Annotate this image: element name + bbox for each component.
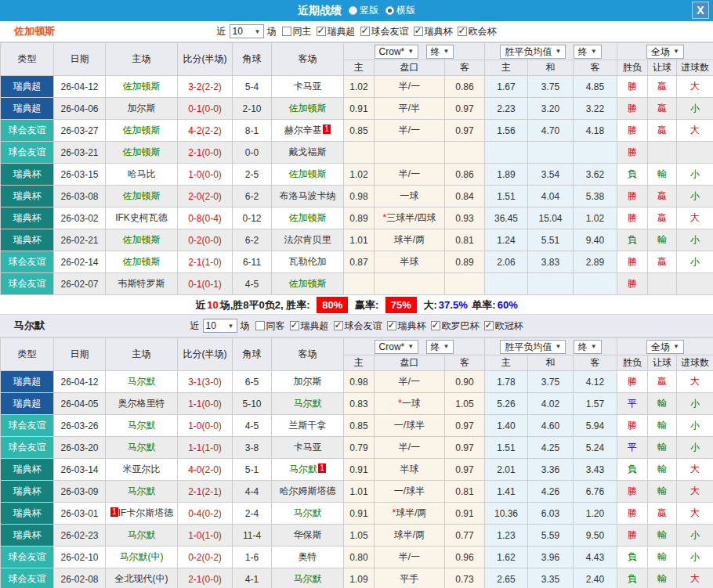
league-checkbox[interactable] — [431, 321, 440, 330]
home-team-cell: 米亚尔比 — [106, 459, 178, 481]
avg-group-header: 胜平负均值▼ 终▼ — [485, 43, 617, 60]
away-team-cell: 布洛马波卡纳 — [272, 186, 344, 207]
league-filter[interactable]: 球会友谊 — [360, 25, 409, 38]
same-venue-filter[interactable]: 同主 — [282, 25, 312, 38]
team-name: 加尔斯 — [128, 103, 156, 114]
close-button[interactable]: X — [692, 2, 709, 19]
handicap-result-cell: 輸 — [648, 525, 677, 547]
col-type: 类型 — [1, 43, 54, 76]
match-row: 瑞典杯26-03-08佐加顿斯2-0(2-0)6-2布洛马波卡纳0.98一球0.… — [1, 186, 713, 207]
fulltime-dropdown[interactable]: 全场▼ — [646, 340, 684, 354]
league-checkbox[interactable] — [484, 321, 494, 330]
avg-home-cell: 1.51 — [485, 186, 528, 207]
handicap-cell: 半/一 — [375, 437, 445, 459]
league-checkbox[interactable] — [414, 27, 423, 36]
corner-cell: 0-12 — [233, 207, 272, 229]
league-filter[interactable]: 球会友谊 — [334, 319, 382, 333]
avg-draw-cell: 4.02 — [528, 393, 574, 415]
home-team-cell: 马尔默 — [106, 481, 178, 503]
handicap-result-cell: 贏 — [648, 503, 677, 525]
result-cell: 勝 — [617, 186, 648, 207]
avg-time-dropdown[interactable]: 终▼ — [574, 45, 602, 59]
col-score: 比分(半场) — [178, 43, 233, 76]
league-checkbox[interactable] — [387, 321, 396, 330]
same-venue-filter[interactable]: 同客 — [255, 319, 285, 333]
team-name: 加尔斯 — [294, 376, 322, 387]
league-checkbox[interactable] — [334, 321, 343, 330]
date-cell: 26-03-27 — [54, 120, 106, 142]
league-filter[interactable]: 瑞典超 — [290, 319, 329, 333]
odds-time-dropdown[interactable]: 终▼ — [426, 45, 454, 59]
league-filter-label: 球会友谊 — [371, 25, 409, 38]
avg-type-dropdown[interactable]: 胜平负均值▼ — [500, 340, 566, 354]
odds-time-value: 终 — [431, 341, 440, 353]
league-filter[interactable]: 欧冠杯 — [484, 319, 523, 333]
result-cell: 負 — [617, 568, 648, 588]
away-team-cell: 佐加顿斯 — [272, 164, 344, 186]
same-venue-label: 同主 — [293, 25, 312, 38]
near-count-value: 10 — [206, 320, 216, 331]
avg-draw-cell: 4.25 — [528, 437, 574, 459]
score-cell: 3-2(2-2) — [178, 76, 233, 98]
league-filter[interactable]: 欧罗巴杯 — [431, 319, 480, 333]
col-result: 胜负 — [617, 355, 648, 371]
odds-time-dropdown[interactable]: 终▼ — [426, 340, 454, 354]
league-checkbox[interactable] — [317, 27, 326, 36]
league-filter[interactable]: 瑞典超 — [317, 25, 356, 38]
home-odds-cell — [344, 142, 375, 164]
corner-cell: 5-1 — [233, 459, 272, 481]
same-venue-checkbox[interactable] — [282, 27, 291, 36]
result-cell: 平 — [617, 393, 648, 415]
away-odds-cell: 0.96 — [445, 547, 485, 568]
same-venue-checkbox[interactable] — [255, 321, 265, 330]
odds-source-dropdown[interactable]: Crow*▼ — [375, 340, 419, 354]
summary-handicap-label: 赢率: — [355, 299, 378, 311]
goals-result-cell: 小 — [677, 229, 713, 251]
league-checkbox[interactable] — [290, 321, 299, 330]
handicap-cell: 平手 — [375, 568, 445, 588]
home-team-cell: 1IF卡尔斯塔德 — [106, 503, 178, 525]
col-odds-away: 客 — [445, 60, 485, 76]
near-count-select[interactable]: 10 ▼ — [230, 24, 264, 38]
radio-horizontal-icon[interactable] — [385, 6, 394, 15]
handicap-cell: 球半/两 — [375, 229, 445, 251]
league-cell: 瑞典杯 — [1, 164, 54, 186]
home-odds-cell: 1.09 — [344, 568, 375, 588]
league-filter[interactable]: 瑞典杯 — [387, 319, 426, 333]
league-filter[interactable]: 欧会杯 — [458, 25, 497, 38]
away-odds-cell: 0.91 — [445, 503, 485, 525]
date-cell: 26-02-10 — [54, 547, 106, 568]
league-checkbox[interactable] — [458, 27, 467, 36]
avg-time-dropdown[interactable]: 终▼ — [574, 340, 602, 354]
team-name: 佐加顿斯 — [123, 146, 161, 157]
avg-type-dropdown[interactable]: 胜平负均值▼ — [500, 45, 566, 59]
home-odds-cell — [344, 273, 375, 295]
filter-games-label: 场 — [241, 319, 250, 333]
away-team-cell: 瓦勒伦加 — [272, 251, 344, 273]
avg-home-cell: 1.40 — [485, 415, 528, 437]
score-cell: 0-1(0-0) — [178, 98, 233, 120]
avg-home-cell: 2.65 — [485, 568, 528, 588]
layout-horizontal-option[interactable]: 横版 — [385, 4, 415, 17]
team-name: 佐加顿斯 — [123, 234, 161, 245]
odds-source-dropdown[interactable]: Crow*▼ — [375, 45, 419, 59]
fulltime-dropdown[interactable]: 全场▼ — [646, 45, 684, 59]
team-name: 赫尔辛基 — [284, 124, 322, 135]
goals-result-cell — [677, 273, 713, 295]
goals-result-cell: 小 — [677, 164, 713, 186]
score-cell: 1-0(1-0) — [178, 525, 233, 547]
result-cell: 平 — [617, 437, 648, 459]
handicap-result-cell: 贏 — [648, 186, 677, 207]
goals-result-cell: 小 — [677, 98, 713, 120]
match-row: 瑞典超26-04-06加尔斯0-1(0-0)2-10佐加顿斯0.91平/半0.9… — [1, 98, 713, 120]
filter-row: 佐加顿斯 近 10 ▼ 场 同主 瑞典超球会友谊瑞典杯欧会杯 — [0, 21, 713, 42]
away-odds-cell: 0.97 — [445, 120, 485, 142]
header-group-row: 类型 日期 主场 比分(半场) 角球 客场 Crow*▼ 终▼ 胜平负均值▼ 终… — [1, 338, 713, 355]
near-count-select[interactable]: 10 ▼ — [203, 319, 237, 333]
radio-vertical-icon[interactable] — [349, 6, 357, 15]
team-name: IFK史柯瓦德 — [115, 212, 168, 223]
team-name: 佐加顿斯 — [123, 190, 161, 201]
layout-vertical-option[interactable]: 竖版 — [349, 4, 378, 17]
league-checkbox[interactable] — [360, 27, 370, 36]
league-filter[interactable]: 瑞典杯 — [414, 25, 453, 38]
